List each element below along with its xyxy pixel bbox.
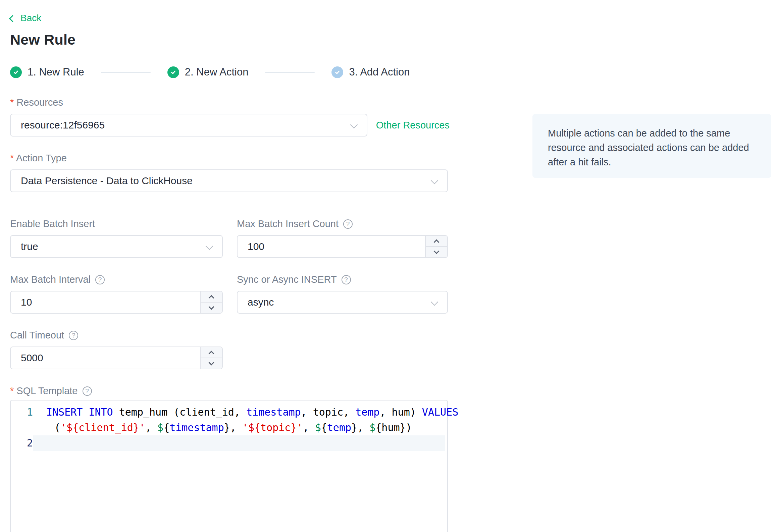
resources-select[interactable]: resource:12f56965 xyxy=(10,114,367,137)
help-icon[interactable]: ? xyxy=(343,219,353,229)
sync-async-label: Sync or Async INSERT xyxy=(237,274,337,285)
field-sql-template: SQL Template ? 1INSERT INTO temp_hum (cl… xyxy=(10,385,450,532)
decrement-button[interactable] xyxy=(426,247,447,257)
max-batch-count-label: Max Batch Insert Count xyxy=(237,218,339,229)
help-icon[interactable]: ? xyxy=(83,386,92,396)
step-connector xyxy=(265,72,315,73)
number-stepper xyxy=(425,236,447,257)
action-type-select[interactable]: Data Persistence - Data to ClickHouse xyxy=(10,169,448,192)
number-stepper xyxy=(200,291,222,313)
arrow-up-icon xyxy=(209,351,214,356)
main-content: Back New Rule 1. New Rule 2. New Action … xyxy=(10,13,450,532)
check-circle-icon xyxy=(167,66,179,78)
decrement-button[interactable] xyxy=(201,303,222,313)
step-new-action[interactable]: 2. New Action xyxy=(167,66,249,78)
field-action-type: Action Type Data Persistence - Data to C… xyxy=(10,153,450,192)
info-box-text: Multiple actions can be added to the sam… xyxy=(548,128,749,167)
sync-async-select[interactable]: async xyxy=(237,291,448,314)
row-interval-sync: Max Batch Interval ? 10 Sync or Async IN… xyxy=(10,274,450,314)
code-content: INSERT INTO temp_hum (client_id, timesta… xyxy=(33,405,458,435)
call-timeout-value: 5000 xyxy=(11,347,222,369)
action-type-selected-value: Data Persistence - Data to ClickHouse xyxy=(11,170,447,192)
arrow-down-icon xyxy=(434,248,440,254)
arrow-up-icon xyxy=(209,295,214,301)
enable-batch-label: Enable Batch Insert xyxy=(10,218,95,229)
enable-batch-select[interactable]: true xyxy=(10,235,223,258)
increment-button[interactable] xyxy=(201,291,222,303)
max-batch-interval-input[interactable]: 10 xyxy=(10,291,223,314)
line-number: 1 xyxy=(11,405,33,435)
enable-batch-value: true xyxy=(11,236,222,257)
arrow-down-icon xyxy=(209,304,214,310)
sync-async-value: async xyxy=(238,291,447,313)
arrow-up-icon xyxy=(434,239,440,245)
call-timeout-input[interactable]: 5000 xyxy=(10,347,223,369)
check-circle-icon xyxy=(10,66,22,78)
number-stepper xyxy=(200,347,222,369)
help-icon[interactable]: ? xyxy=(95,275,105,284)
action-type-label: Action Type xyxy=(10,153,67,164)
editor-line[interactable]: 1INSERT INTO temp_hum (client_id, timest… xyxy=(11,405,447,435)
code-content xyxy=(33,435,445,451)
decrement-button[interactable] xyxy=(201,358,222,369)
info-box: Multiple actions can be added to the sam… xyxy=(532,114,771,178)
line-number: 2 xyxy=(11,435,33,451)
help-icon[interactable]: ? xyxy=(342,275,351,284)
max-batch-interval-value: 10 xyxy=(11,291,222,313)
arrow-down-icon xyxy=(209,360,214,365)
max-batch-count-value: 100 xyxy=(238,236,447,257)
step-label: 3. Add Action xyxy=(349,66,410,78)
editor-line[interactable]: 2 xyxy=(11,435,447,451)
back-label: Back xyxy=(20,13,41,23)
field-resources: Resources resource:12f56965 Other Resour… xyxy=(10,97,450,137)
call-timeout-label: Call Timeout xyxy=(10,330,64,341)
increment-button[interactable] xyxy=(201,347,222,358)
check-circle-icon xyxy=(331,66,343,78)
max-batch-interval-label: Max Batch Interval xyxy=(10,274,91,285)
help-icon[interactable]: ? xyxy=(69,331,78,340)
field-call-timeout: Call Timeout ? 5000 xyxy=(10,330,450,369)
resources-label: Resources xyxy=(10,97,63,108)
sql-code-editor[interactable]: 1INSERT INTO temp_hum (client_id, timest… xyxy=(10,400,448,532)
other-resources-link[interactable]: Other Resources xyxy=(376,120,450,131)
row-batch: Enable Batch Insert true Max Batch Inser… xyxy=(10,218,450,258)
step-label: 2. New Action xyxy=(185,66,249,78)
step-new-rule[interactable]: 1. New Rule xyxy=(10,66,84,78)
sql-template-label: SQL Template xyxy=(10,385,78,396)
chevron-left-icon xyxy=(9,15,16,22)
step-add-action[interactable]: 3. Add Action xyxy=(331,66,410,78)
increment-button[interactable] xyxy=(426,236,447,247)
step-label: 1. New Rule xyxy=(28,66,84,78)
resources-selected-value: resource:12f56965 xyxy=(11,114,367,136)
back-button[interactable]: Back xyxy=(10,13,41,23)
page-title: New Rule xyxy=(10,32,450,48)
wizard-steps: 1. New Rule 2. New Action 3. Add Action xyxy=(10,66,450,78)
step-connector xyxy=(101,72,151,73)
max-batch-count-input[interactable]: 100 xyxy=(237,235,448,258)
